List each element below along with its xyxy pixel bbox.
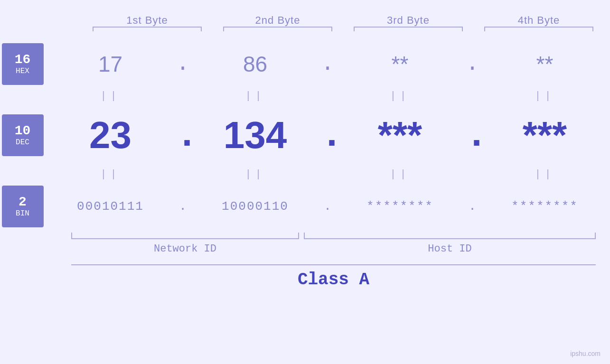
hex-badge: 16 HEX — [2, 43, 44, 85]
id-labels-row: Network ID Host ID — [0, 243, 610, 255]
class-bracket — [71, 264, 596, 265]
hex-dot-1: . — [176, 52, 190, 76]
dec-dot-3: . — [465, 114, 479, 157]
dec-byte-3: *** — [335, 113, 465, 157]
class-section: Class A — [0, 264, 610, 289]
bin-dot-2: . — [320, 199, 335, 214]
byte-header-1: 1st Byte — [82, 14, 213, 31]
bin-dot-3: . — [465, 199, 479, 214]
hex-byte-2: 86 — [190, 51, 320, 77]
bin-badge: 2 BIN — [2, 186, 44, 227]
host-bracket — [304, 233, 596, 239]
bracket-row — [0, 233, 610, 239]
dec-byte-1: 23 — [45, 113, 176, 157]
byte-headers: 1st Byte 2nd Byte 3rd Byte 4th Byte — [0, 0, 610, 31]
eq-8: || — [479, 168, 610, 180]
eq-4: || — [479, 90, 610, 102]
eq-3: || — [335, 90, 465, 102]
eq-7: || — [335, 168, 465, 180]
hex-row: 16 HEX 17 . 86 . ** . ** — [0, 43, 610, 85]
host-id-label: Host ID — [304, 243, 596, 255]
dec-badge: 10 DEC — [2, 114, 44, 156]
dec-dot-1: . — [176, 114, 190, 157]
eq-2: || — [190, 90, 320, 102]
byte-header-3: 3rd Byte — [343, 14, 474, 31]
byte-header-4: 4th Byte — [474, 14, 604, 31]
dec-row: 10 DEC 23 . 134 . *** . *** — [0, 107, 610, 164]
bin-byte-4: ******** — [479, 199, 610, 214]
byte-header-2: 2nd Byte — [213, 14, 343, 31]
hex-dot-2: . — [320, 52, 335, 76]
hex-byte-1: 17 — [45, 51, 176, 77]
class-label: Class A — [71, 270, 596, 289]
main-container: 1st Byte 2nd Byte 3rd Byte 4th Byte 16 H… — [0, 0, 610, 364]
bin-byte-2: 10000110 — [190, 199, 320, 214]
eq-1: || — [45, 90, 176, 102]
dec-byte-2: 134 — [190, 113, 320, 157]
network-id-label: Network ID — [71, 243, 299, 255]
hex-byte-4: ** — [479, 51, 610, 77]
bin-byte-3: ******** — [335, 199, 465, 214]
dec-dot-2: . — [320, 114, 335, 157]
bin-dot-1: . — [176, 199, 190, 214]
content-grid: 16 HEX 17 . 86 . ** . ** || || | — [0, 43, 610, 289]
equals-row-2: || || || || — [0, 164, 610, 185]
hex-dot-3: . — [465, 52, 479, 76]
dec-byte-4: *** — [479, 113, 610, 157]
bin-byte-1: 00010111 — [45, 199, 176, 214]
eq-6: || — [190, 168, 320, 180]
hex-byte-3: ** — [335, 51, 465, 77]
watermark: ipshu.com — [570, 350, 601, 357]
eq-5: || — [45, 168, 176, 180]
equals-row-1: || || || || — [0, 85, 610, 107]
network-bracket — [71, 233, 299, 239]
bin-row: 2 BIN 00010111 . 10000110 . ******** . *… — [0, 185, 610, 228]
